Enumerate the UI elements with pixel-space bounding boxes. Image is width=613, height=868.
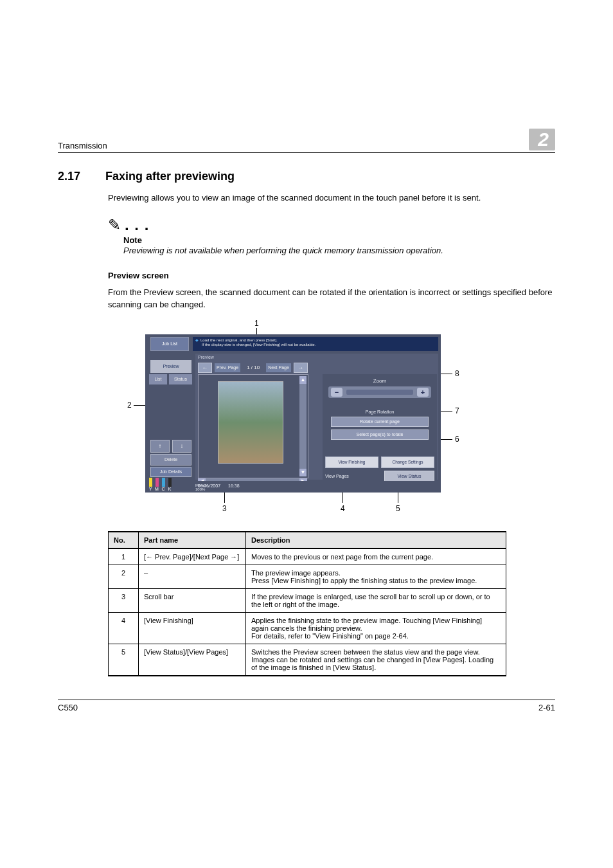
zoom-in-button[interactable]: +: [417, 388, 429, 397]
banner-text: ◆Load the next original, and then press …: [193, 337, 438, 351]
preview-thumbnail: [218, 381, 283, 464]
col-no: No.: [109, 532, 139, 548]
parts-table: No. Part name Description 1 [← Prev. Pag…: [108, 531, 506, 676]
prev-page-label: Prev. Page: [215, 363, 240, 372]
change-settings-button[interactable]: Change Settings: [381, 457, 434, 468]
col-desc: Description: [246, 532, 506, 548]
preview-screen-heading: Preview screen: [108, 271, 555, 280]
preview-label: Preview: [198, 355, 214, 359]
section-intro: Previewing allows you to view an image o…: [108, 192, 555, 204]
view-pages-label: View Pages: [325, 474, 382, 478]
callout-6: 6: [455, 435, 459, 444]
zoom-label: Zoom: [323, 378, 437, 384]
rotate-current-button[interactable]: Rotate current page: [331, 417, 429, 427]
preview-image-area: ▲ ▼: [198, 374, 308, 478]
running-head-text: Transmission: [58, 141, 107, 150]
panel-screenshot: Job List ◆Load the next original, and th…: [145, 334, 441, 493]
table-row: 5 [View Status]/[View Pages] Switches th…: [109, 644, 506, 676]
callout-2: 2: [127, 401, 132, 410]
joblist-button[interactable]: Job List: [150, 337, 189, 351]
callout-1: 1: [254, 319, 259, 328]
status-tab[interactable]: Status: [169, 374, 192, 384]
memory-pct: 100%: [195, 487, 205, 491]
callout-4: 4: [341, 504, 345, 513]
callout-7: 7: [455, 406, 459, 415]
callout-8: 8: [455, 369, 459, 378]
col-part: Part name: [139, 532, 246, 548]
scroll-up-icon[interactable]: ▲: [299, 376, 306, 384]
preview-tab[interactable]: Preview: [150, 360, 191, 373]
footer-model: C550: [58, 703, 78, 712]
zoom-slider[interactable]: − +: [328, 386, 431, 398]
preview-screen-desc: From the Preview screen, the scanned doc…: [108, 287, 555, 311]
rotation-label: Page Rotation: [323, 410, 437, 414]
view-finishing-button[interactable]: View Finishing: [325, 457, 378, 468]
next-page-label: Next Page: [266, 363, 291, 372]
callout-5: 5: [396, 504, 400, 513]
table-row: 2 – The preview image appears.Press [Vie…: [109, 565, 506, 588]
scroll-up-button[interactable]: ↑: [150, 440, 170, 453]
section-title: Faxing after previewing: [105, 170, 235, 183]
zoom-out-button[interactable]: −: [331, 388, 342, 397]
section-number: 2.17: [58, 170, 94, 183]
zoom-track[interactable]: [346, 390, 413, 395]
table-row: 1 [← Prev. Page]/[Next Page →] Moves to …: [109, 548, 506, 565]
vertical-scrollbar[interactable]: ▲ ▼: [299, 376, 306, 476]
page-counter: 1 / 10: [243, 365, 263, 370]
status-bar: 09/21/2007 16:38: [195, 481, 438, 491]
job-details-button[interactable]: Job Details: [150, 467, 191, 477]
next-page-button[interactable]: →: [294, 363, 308, 373]
note-label: Note: [123, 235, 555, 245]
preview-figure: 1 2 8 7 6 3 4 5 Job List ◆Load the next …: [108, 321, 468, 514]
select-pages-rotate-button[interactable]: Select page(s) to rotate: [331, 429, 429, 440]
table-row: 3 Scroll bar If the preview image is enl…: [109, 588, 506, 612]
chapter-badge: 2: [529, 129, 555, 150]
delete-button[interactable]: Delete: [150, 454, 191, 466]
footer-page: 2-61: [538, 703, 555, 712]
table-row: 4 [View Finishing] Applies the finishing…: [109, 612, 506, 644]
list-tab[interactable]: List: [149, 374, 167, 384]
note-text: Previewing is not available when perform…: [123, 245, 555, 257]
scroll-down-icon[interactable]: ▼: [299, 469, 306, 476]
scroll-down-button[interactable]: ↓: [172, 440, 191, 453]
prev-page-button[interactable]: ←: [198, 363, 212, 373]
note-icon: ✎: [108, 216, 121, 234]
toner-levels: Y M C K: [148, 478, 172, 491]
status-time: 16:38: [228, 484, 240, 488]
callout-3: 3: [222, 504, 227, 513]
